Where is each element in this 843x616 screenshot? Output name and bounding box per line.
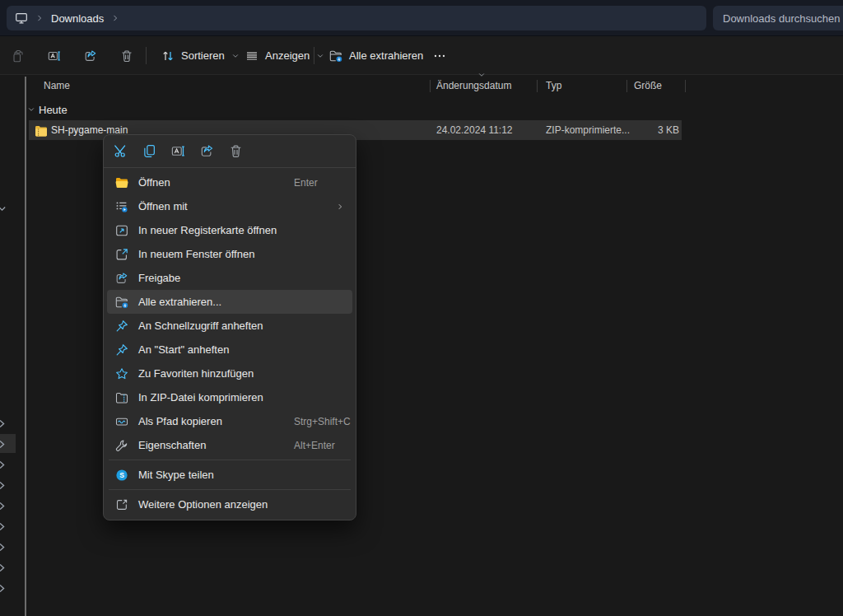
nav-collapsed-chevron-icon[interactable]: [0, 459, 7, 469]
share-button[interactable]: [195, 140, 218, 163]
menu-item-in-zip-datei-komprimieren[interactable]: In ZIP-Datei komprimieren: [107, 385, 352, 409]
column-header-type[interactable]: Typ: [546, 80, 561, 91]
search-placeholder: Downloads durchsuchen: [723, 12, 840, 25]
share-icon: [200, 144, 214, 158]
context-menu-items: ÖffnenEnterÖffnen mitIn neuer Registerka…: [104, 168, 356, 520]
menu-item-label: Zu Favoriten hinzufügen: [138, 367, 254, 380]
delete-button[interactable]: [224, 140, 247, 163]
menu-item-label: Als Pfad kopieren: [138, 415, 222, 427]
extract-label: Alle extrahieren: [349, 49, 423, 62]
column-header-size[interactable]: Größe: [634, 80, 662, 91]
breadcrumb-downloads[interactable]: Downloads: [51, 12, 104, 25]
menu-item-label: Freigabe: [138, 272, 180, 284]
column-divider[interactable]: [537, 80, 538, 92]
menu-item-freigabe[interactable]: Freigabe: [107, 266, 352, 290]
column-divider[interactable]: [430, 80, 431, 92]
share-button[interactable]: [77, 43, 104, 68]
menu-item-in-neuer-registerkarte-öffnen[interactable]: In neuer Registerkarte öffnen: [107, 218, 352, 242]
folder-open-icon: [115, 176, 128, 189]
new-tab-icon: [115, 224, 128, 237]
menu-item-shortcut: Alt+Enter: [294, 440, 335, 451]
menu-item-in-neuem-fenster-öffnen[interactable]: In neuem Fenster öffnen: [107, 242, 352, 266]
pane-splitter[interactable]: [25, 77, 26, 616]
menu-item-label: In neuer Registerkarte öffnen: [138, 224, 277, 236]
delete-button[interactable]: [114, 43, 140, 68]
column-header-name[interactable]: Name: [44, 80, 70, 91]
nav-collapsed-chevron-icon[interactable]: [0, 520, 7, 531]
properties-icon: [115, 439, 128, 452]
rename-button[interactable]: [41, 43, 68, 68]
pin-icon: [115, 343, 128, 357]
file-date: 24.02.2024 11:12: [436, 124, 513, 136]
copy-button[interactable]: [137, 140, 161, 163]
menu-separator: [109, 460, 351, 460]
nav-collapsed-chevron-icon[interactable]: [0, 541, 7, 552]
view-button[interactable]: Anzeigen: [239, 43, 331, 68]
pin-icon: [115, 320, 128, 333]
menu-item-an-start-anheften[interactable]: An "Start" anheften: [107, 338, 352, 362]
more-options-icon: [115, 498, 128, 511]
open-with-icon: [115, 200, 128, 213]
more-options-button[interactable]: [426, 43, 453, 68]
sort-button[interactable]: Sortieren: [155, 43, 246, 68]
column-header-date[interactable]: Änderungsdatum: [436, 80, 511, 91]
context-menu-quick-actions: [104, 135, 356, 168]
menu-item-an-schnellzugriff-anheften[interactable]: An Schnellzugriff anheften: [107, 314, 352, 338]
column-divider[interactable]: [685, 80, 686, 92]
extract-all-button[interactable]: Alle extrahieren: [323, 43, 430, 68]
nav-collapsed-chevron-icon[interactable]: [0, 479, 7, 490]
extract-icon: [115, 296, 128, 309]
view-label: Anzeigen: [265, 49, 310, 62]
menu-item-öffnen-mit[interactable]: Öffnen mit: [107, 194, 352, 218]
column-divider[interactable]: [626, 80, 627, 92]
menu-item-alle-extrahieren[interactable]: Alle extrahieren...: [107, 290, 352, 314]
delete-icon: [229, 144, 243, 158]
sort-label: Sortieren: [181, 49, 225, 62]
menu-item-mit-skype-teilen[interactable]: SMit Skype teilen: [107, 463, 352, 487]
menu-item-öffnen[interactable]: ÖffnenEnter: [107, 170, 352, 194]
star-icon: [115, 367, 128, 380]
menu-item-label: In ZIP-Datei komprimieren: [138, 391, 263, 404]
nav-expanded-chevron-icon[interactable]: [0, 203, 7, 213]
menu-item-label: An Schnellzugriff anheften: [138, 320, 263, 332]
rename-button[interactable]: [166, 140, 189, 163]
svg-text:S: S: [119, 471, 124, 479]
cut-icon: [114, 144, 128, 158]
search-input[interactable]: Downloads durchsuchen: [713, 6, 843, 30]
copy-path-icon: [115, 415, 128, 428]
menu-item-zu-favoriten-hinzufügen[interactable]: Zu Favoriten hinzufügen: [107, 362, 352, 385]
freigabe-icon: [115, 272, 128, 285]
toolbar-divider: [146, 47, 147, 64]
sort-indicator-icon: [477, 71, 486, 79]
group-collapse-icon[interactable]: [27, 105, 35, 114]
menu-item-als-pfad-kopieren[interactable]: Als Pfad kopierenStrg+Shift+C: [107, 409, 352, 433]
view-icon: [245, 49, 258, 63]
nav-collapsed-chevron-icon[interactable]: [0, 562, 7, 572]
sort-icon: [161, 49, 175, 63]
toolbar-divider: [314, 47, 314, 64]
nav-collapsed-chevron-icon[interactable]: [0, 500, 7, 511]
nav-collapsed-chevron-icon[interactable]: [0, 418, 7, 428]
menu-item-label: Öffnen: [138, 176, 170, 189]
nav-collapsed-chevron-icon[interactable]: [0, 582, 7, 593]
zip-folder-icon: [35, 124, 48, 138]
more-icon: [433, 49, 446, 63]
cut-button[interactable]: [109, 140, 132, 163]
context-menu: ÖffnenEnterÖffnen mitIn neuer Registerka…: [103, 134, 356, 520]
paste-button[interactable]: [5, 43, 31, 68]
menu-item-shortcut: Enter: [294, 177, 318, 189]
menu-item-weitere-optionen-anzeigen[interactable]: Weitere Optionen anzeigen: [107, 492, 352, 516]
menu-item-eigenschaften[interactable]: EigenschaftenAlt+Enter: [107, 433, 352, 457]
group-header-heute[interactable]: Heute: [27, 101, 68, 118]
menu-item-label: Alle extrahieren...: [138, 296, 221, 308]
group-label: Heute: [39, 104, 68, 116]
address-breadcrumb-bar[interactable]: Downloads: [7, 6, 706, 30]
zip-icon: [115, 391, 128, 404]
rename-icon: [48, 49, 61, 63]
menu-item-shortcut: Strg+Shift+C: [294, 416, 351, 427]
nav-collapsed-chevron-icon[interactable]: [0, 438, 7, 449]
new-window-icon: [115, 248, 128, 261]
menu-separator: [109, 489, 351, 490]
menu-item-label: An "Start" anheften: [138, 343, 229, 356]
file-explorer-window: Downloads Downloads durchsuchen Sortiere…: [0, 0, 843, 616]
